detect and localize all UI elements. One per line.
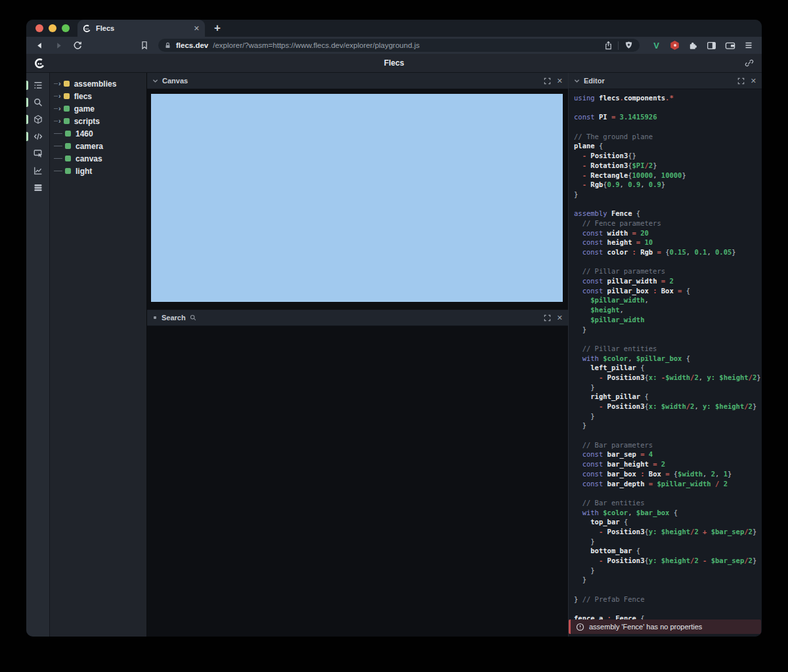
forward-icon[interactable] (53, 40, 64, 51)
chevron-down-icon[interactable] (574, 78, 580, 84)
code-line: with $color, $bar_box { (574, 508, 760, 518)
active-panel-indicator (26, 98, 28, 107)
tab-title: Flecs (96, 24, 189, 32)
tree-item-1460[interactable]: 1460 (50, 127, 146, 140)
main-column: Canvas ✕ Search (147, 73, 568, 637)
entity-kind-icon (65, 131, 71, 136)
entity-kind-icon (65, 143, 71, 149)
fullscreen-icon[interactable] (737, 77, 745, 85)
reload-icon[interactable] (72, 40, 83, 51)
url-bar[interactable]: flecs.dev /explorer/?wasm=https://www.fl… (158, 39, 640, 52)
close-panel-icon[interactable]: ✕ (557, 314, 563, 322)
fullscreen-icon[interactable] (544, 77, 551, 85)
collapsed-indicator-icon[interactable] (154, 316, 156, 319)
chevron-right-icon[interactable]: › (58, 93, 61, 100)
share-link-icon[interactable] (745, 58, 754, 68)
close-panel-icon[interactable]: ✕ (751, 77, 756, 85)
red-hexagon-extension-icon[interactable] (669, 40, 680, 51)
menu-icon[interactable] (743, 40, 754, 51)
sidebar-toggle-icon[interactable] (706, 40, 717, 51)
code-line (574, 585, 760, 595)
tree-item-scripts[interactable]: ›scripts (50, 115, 146, 127)
code-line: const color : Rgb = {0.15, 0.1, 0.05} (574, 247, 760, 257)
search-icon (33, 98, 43, 107)
code-line: - Rotation3{$PI/2} (574, 161, 760, 171)
search-panel-title: Search (162, 314, 186, 322)
code-line: } (574, 190, 760, 200)
tree-item-flecs[interactable]: ›flecs (50, 90, 146, 102)
fullscreen-icon[interactable] (544, 314, 551, 322)
queries-dock-button[interactable] (26, 179, 49, 196)
extensions-puzzle-icon[interactable] (688, 40, 699, 51)
search-dock-button[interactable] (26, 94, 49, 111)
code-line: const width = 20 (574, 228, 760, 238)
stats-dock-button[interactable] (26, 162, 49, 179)
vue-devtools-extension-icon[interactable]: V (651, 40, 662, 51)
code-line: const pillar_width = 2 (574, 276, 760, 286)
browser-toolbar: flecs.dev /explorer/?wasm=https://www.fl… (26, 37, 762, 54)
tab-close-icon[interactable]: ✕ (194, 24, 200, 33)
chevron-right-icon[interactable]: › (58, 117, 61, 125)
code-line: const pillar_box : Box = { (574, 286, 760, 296)
active-panel-indicator (26, 81, 28, 90)
code-line: // Pillar entities (574, 344, 760, 354)
browser-tab-flecs[interactable]: Flecs ✕ (77, 20, 205, 37)
brave-shield-icon[interactable] (623, 40, 634, 51)
code-editor[interactable]: using flecs.components.* const PI = 3.14… (569, 89, 762, 637)
extension-cluster: V (651, 40, 754, 51)
tree-item-game[interactable]: ›game (50, 102, 146, 115)
entity-tree-dock-button[interactable] (26, 77, 49, 94)
url-domain: flecs.dev (176, 41, 208, 49)
wallet-icon[interactable] (724, 40, 735, 51)
minimize-window-button[interactable] (49, 24, 56, 32)
tree-item-light[interactable]: light (50, 165, 146, 177)
tree-item-assemblies[interactable]: ›assemblies (50, 77, 146, 90)
code-line: const PI = 3.1415926 (574, 112, 760, 122)
close-panel-icon[interactable]: ✕ (557, 77, 563, 85)
code-dock-button[interactable] (26, 128, 49, 145)
flecs-logo-icon[interactable] (34, 58, 45, 69)
tree-item-label: camera (76, 142, 103, 151)
inspector-dock-button[interactable] (26, 145, 49, 162)
chevron-down-icon[interactable] (152, 78, 158, 84)
app-header: Flecs (26, 54, 762, 73)
chevron-right-icon[interactable]: › (58, 80, 61, 87)
error-text: assembly 'Fence' has no properties (589, 623, 702, 631)
canvas-panel-title: Canvas (162, 77, 188, 85)
tree-item-canvas[interactable]: canvas (50, 152, 146, 165)
favicon-flecs-logo-icon (83, 24, 91, 33)
entity-tree-panel: ›assemblies›flecs›game›scripts1460camera… (50, 73, 147, 637)
canvas-viewport[interactable] (151, 94, 563, 302)
entities-dock-button[interactable] (26, 111, 49, 128)
stats-icon (33, 166, 43, 175)
entity-kind-icon (64, 106, 70, 112)
zoom-window-button[interactable] (62, 24, 70, 32)
code-line (574, 122, 760, 132)
code-line (574, 200, 760, 209)
tree-item-label: game (74, 104, 95, 114)
editor-panel-title: Editor (584, 77, 605, 85)
code-line: with $color, $pillar_box { (574, 354, 760, 364)
code-line: assembly Fence { (574, 209, 760, 219)
tree-item-label: canvas (76, 154, 102, 163)
chevron-right-icon[interactable]: › (58, 105, 61, 112)
close-window-button[interactable] (35, 24, 43, 32)
share-icon[interactable] (603, 40, 613, 51)
code-line: - Position3{y: $height/2 - $bar_sep/2} (574, 556, 760, 566)
code-line: // Pillar parameters (574, 266, 760, 276)
code-line: using flecs.components.* (574, 93, 760, 103)
active-panel-indicator (26, 115, 28, 124)
tree-connector (54, 108, 58, 109)
code-line: const bar_sep = 4 (574, 450, 760, 459)
code-line: - Position3{y: $height/2 + $bar_sep/2} (574, 527, 760, 537)
inspector-icon (33, 149, 43, 158)
bookmark-icon[interactable] (139, 40, 150, 51)
entity-kind-icon (64, 81, 70, 87)
tree-item-camera[interactable]: camera (50, 140, 146, 152)
search-icon (190, 314, 196, 321)
code-line: plane { (574, 141, 760, 151)
entity-kind-icon (64, 93, 70, 99)
back-icon[interactable] (34, 40, 45, 51)
new-tab-button[interactable]: + (205, 20, 221, 37)
error-message-bar: assembly 'Fence' has no properties (569, 620, 761, 634)
